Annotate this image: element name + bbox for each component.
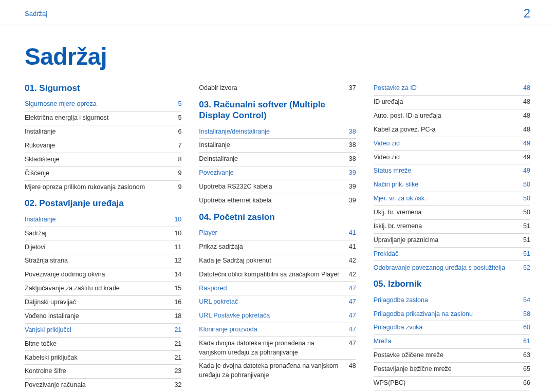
toc-entry[interactable]: Instaliranje/deinstaliranje38 <box>199 126 356 137</box>
toc-entry[interactable]: Način prik. slike50 <box>374 179 530 191</box>
toc-entry[interactable]: Prikaz sadržaja41 <box>199 241 356 253</box>
toc-entry-label: WPS(PBC) <box>374 379 521 388</box>
toc-separator <box>25 295 181 296</box>
toc-entry-label: Bitne točke <box>25 340 172 349</box>
toc-entry-page: 51 <box>521 222 530 231</box>
toc-separator <box>374 219 530 220</box>
toc-entry-label: Instaliranje/deinstaliranje <box>199 127 346 137</box>
toc-section-heading[interactable]: 01. Sigurnost <box>25 83 181 94</box>
toc-entry[interactable]: Prilagodba zvuka60 <box>374 322 530 333</box>
toc-entry-page: 52 <box>521 264 530 273</box>
toc-entry-label: Status mreže <box>374 166 521 176</box>
toc-section-heading[interactable]: 04. Početni zaslon <box>199 212 356 222</box>
toc-entry[interactable]: Isklj. br. vremena51 <box>374 221 530 232</box>
toc-entry[interactable]: Povezivanje39 <box>199 167 356 179</box>
toc-entry-label: Postavke ožičene mreže <box>374 351 521 360</box>
toc-entry-page: 58 <box>521 310 530 319</box>
toc-entry[interactable]: WPS(PBC)66 <box>374 378 530 389</box>
toc-entry[interactable]: Auto. post. ID-a uređaja48 <box>374 110 530 122</box>
toc-entry[interactable]: Stražnja strana12 <box>25 255 181 267</box>
toc-entry[interactable]: Upotreba ethernet kabela39 <box>199 195 356 207</box>
toc-entry-page: 60 <box>521 323 530 332</box>
toc-entry[interactable]: Deinstaliranje38 <box>199 154 356 165</box>
toc-entry-label: Raspored <box>199 284 346 293</box>
toc-entry-label: URL pokretač <box>199 297 346 307</box>
toc-entry[interactable]: Rukovanje7 <box>25 140 181 152</box>
toc-entry-page: 41 <box>347 242 356 252</box>
toc-entry[interactable]: Daljinski upravljač16 <box>25 297 181 308</box>
toc-entry[interactable]: Prekidač51 <box>374 249 530 260</box>
toc-separator <box>374 260 530 261</box>
toc-entry[interactable]: Mjer. vr. za uk./isk.50 <box>374 193 530 204</box>
toc-entry[interactable]: Prilagodba zaslona54 <box>374 295 530 306</box>
toc-entry[interactable]: Kabel za povez. PC-a48 <box>374 124 530 136</box>
toc-separator <box>374 334 530 335</box>
toc-entry[interactable]: Kada je dvojna datoteka pronađena na van… <box>199 361 356 381</box>
toc-separator <box>374 390 530 390</box>
toc-entry[interactable]: Upravljanje praznicima51 <box>374 235 530 246</box>
toc-section-heading[interactable]: 05. Izbornik <box>374 278 530 289</box>
toc-entry[interactable]: Mreža61 <box>374 336 530 347</box>
toc-entry[interactable]: Status mreže49 <box>374 165 530 177</box>
toc-entry[interactable]: Sadržaj10 <box>25 228 181 239</box>
toc-entry[interactable]: Bitne točke21 <box>25 339 181 350</box>
toc-entry-label: Kabelski priključak <box>25 353 172 363</box>
toc-entry[interactable]: Zaključavanje za zaštitu od krađe15 <box>25 283 181 294</box>
toc-entry[interactable]: Mjere opreza prilikom rukovanja zaslonom… <box>25 182 181 193</box>
toc-entry-page: 14 <box>172 270 181 279</box>
toc-entry-page: 47 <box>347 339 356 348</box>
toc-entry[interactable]: Instaliranje38 <box>199 140 356 151</box>
toc-entry[interactable]: Dijelovi11 <box>25 241 181 253</box>
toc-entry-label: Datotečni oblici kompatibilni sa značajk… <box>199 270 346 279</box>
breadcrumb[interactable]: Sadržaj <box>25 10 47 17</box>
toc-entry[interactable]: Odabir izvora37 <box>199 83 356 94</box>
toc-entry-page: 15 <box>172 284 181 293</box>
toc-entry[interactable]: Prilagodba prikazivanja na zaslonu58 <box>374 308 530 320</box>
toc-entry[interactable]: Postavke ožičene mreže63 <box>374 350 530 361</box>
toc-entry[interactable]: Čišćenje9 <box>25 168 181 179</box>
toc-entry-page: 32 <box>172 381 181 390</box>
toc-entry[interactable]: Vanjski priključci21 <box>25 325 181 336</box>
toc-entry[interactable]: Postavljanje bežične mreže65 <box>374 364 530 375</box>
toc-separator <box>199 254 356 254</box>
toc-entry[interactable]: Kabelski priključak21 <box>25 352 181 363</box>
toc-entry-page: 16 <box>172 298 181 307</box>
page-header: Sadržaj 2 <box>0 0 555 25</box>
toc-entry[interactable]: Instaliranje10 <box>25 214 181 226</box>
toc-entry[interactable]: Kontrolne šifre23 <box>25 366 181 377</box>
toc-column-3: Postavke za ID48ID uređaja48Auto. post. … <box>374 83 530 392</box>
toc-entry-page: 38 <box>347 127 356 137</box>
toc-separator <box>25 125 181 125</box>
toc-entry-label: Prekidač <box>374 250 521 259</box>
toc-entry[interactable]: Kloniranje proizvoda47 <box>199 324 356 335</box>
toc-section-heading[interactable]: 03. Računalni softver (Multiple Display … <box>199 99 356 121</box>
toc-separator <box>25 180 181 181</box>
toc-entry[interactable]: Kada je Sadržaj pokrenut42 <box>199 255 356 267</box>
toc-entry-page: 38 <box>347 155 356 164</box>
toc-entry[interactable]: Raspored47 <box>199 283 356 294</box>
toc-entry[interactable]: URL pokretač47 <box>199 296 356 308</box>
toc-entry-label: Rukovanje <box>25 141 172 151</box>
toc-entry[interactable]: Električna energija i sigurnost5 <box>25 113 181 124</box>
toc-separator <box>374 348 530 349</box>
toc-entry[interactable]: Sigurnosne mjere opreza5 <box>25 99 181 110</box>
toc-entry[interactable]: Odobravanje povezanog uređaja s poslužit… <box>374 262 530 273</box>
toc-entry-label: Video zid <box>374 153 521 162</box>
toc-entry[interactable]: ID uređaja48 <box>374 97 530 108</box>
toc-entry[interactable]: Uklj. br. vremena50 <box>374 207 530 218</box>
toc-entry[interactable]: Upotreba RS232C kabela39 <box>199 181 356 193</box>
toc-entry[interactable]: Vođeno instaliranje18 <box>25 311 181 322</box>
toc-entry[interactable]: Povezivanje dodirnog okvira14 <box>25 269 181 281</box>
toc-section-heading[interactable]: 02. Postavljanje uređaja <box>25 198 181 209</box>
toc-entry[interactable]: Datotečni oblici kompatibilni sa značajk… <box>199 269 356 281</box>
toc-entry[interactable]: Player41 <box>199 228 356 239</box>
toc-entry[interactable]: Video zid49 <box>374 152 530 163</box>
toc-entry[interactable]: Kada dvojna datoteka nije pronađena na v… <box>199 338 356 358</box>
toc-entry[interactable]: URL Postavke pokretača47 <box>199 310 356 322</box>
toc-entry[interactable]: Povezivanje računala32 <box>25 380 181 391</box>
toc-entry[interactable]: Skladištenje8 <box>25 154 181 165</box>
toc-entry[interactable]: Instaliranje6 <box>25 126 181 138</box>
toc-entry-page: 51 <box>521 236 530 245</box>
toc-entry[interactable]: Postavke za ID48 <box>374 83 530 94</box>
toc-entry[interactable]: Video zid49 <box>374 138 530 150</box>
